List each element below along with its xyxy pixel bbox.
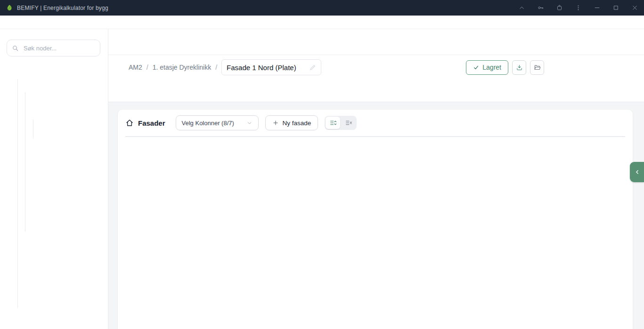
titlebar: BEMIFY | Energikalkulator for bygg	[0, 0, 644, 16]
drawer-handle[interactable]	[630, 162, 644, 182]
search-icon	[12, 45, 19, 52]
new-fasade-button[interactable]: Ny fasade	[265, 115, 318, 130]
new-fasade-label: Ny fasade	[283, 120, 311, 127]
saved-button[interactable]: Lagret	[466, 60, 508, 75]
node-name-input[interactable]: Fasade 1 Nord (Plate)	[221, 59, 321, 75]
node-palette-toolbar	[108, 29, 644, 55]
node-name-value: Fasade 1 Nord (Plate)	[227, 64, 296, 72]
collapse-rows-button[interactable]	[341, 117, 356, 129]
fasader-panel: Fasader Velg Kolonner (8/7) Ny fasade	[118, 110, 633, 329]
expand-rows-button[interactable]	[326, 117, 340, 129]
house-icon	[125, 119, 134, 127]
plus-icon	[272, 120, 279, 126]
maximize-button[interactable]	[606, 0, 625, 16]
breadcrumb: AM2 / 1. etasje Dyreklinikk / Fasade 1 N…	[129, 59, 321, 75]
column-select-value: Velg Kolonner (8/7)	[182, 120, 234, 127]
row-density-segment	[325, 116, 357, 130]
breadcrumb-item[interactable]: 1. etasje Dyreklinikk	[153, 64, 212, 71]
app-title: BEMIFY | Energikalkulator for bygg	[17, 5, 108, 11]
tree-guide-line	[33, 120, 33, 138]
menubar	[0, 16, 644, 29]
minimize-button[interactable]	[587, 0, 606, 16]
chevron-left-icon	[634, 169, 640, 175]
extensions-icon[interactable]	[550, 0, 569, 16]
breadcrumb-row: AM2 / 1. etasje Dyreklinikk / Fasade 1 N…	[108, 55, 644, 80]
open-folder-button[interactable]	[530, 60, 544, 75]
fasader-panel-header: Fasader Velg Kolonner (8/7) Ny fasade	[118, 110, 633, 136]
tab-bar	[108, 80, 644, 102]
tree-guide-line	[17, 79, 18, 308]
save-actions: Lagret	[466, 60, 544, 75]
breadcrumb-separator: /	[147, 64, 148, 71]
column-select[interactable]: Velg Kolonner (8/7)	[176, 115, 259, 130]
search-input[interactable]	[23, 44, 107, 52]
breadcrumb-separator: /	[215, 64, 217, 71]
content-area: Fasader Velg Kolonner (8/7) Ny fasade	[108, 102, 644, 329]
panel-title: Fasader	[138, 119, 165, 127]
download-button[interactable]	[512, 60, 526, 75]
pencil-icon	[309, 64, 316, 71]
chevron-up-icon[interactable]	[512, 0, 531, 16]
sidebar	[0, 29, 108, 329]
table-header	[125, 136, 625, 137]
app-logo-leaf-icon	[6, 4, 13, 12]
saved-label: Lagret	[482, 64, 501, 71]
chevron-down-icon	[246, 120, 253, 126]
node-search-box[interactable]	[7, 40, 100, 56]
close-button[interactable]	[625, 0, 644, 16]
kebab-menu-icon[interactable]	[569, 0, 587, 16]
breadcrumb-item[interactable]: AM2	[129, 64, 142, 71]
key-icon[interactable]	[531, 0, 550, 16]
tree-guide-line	[25, 92, 25, 232]
